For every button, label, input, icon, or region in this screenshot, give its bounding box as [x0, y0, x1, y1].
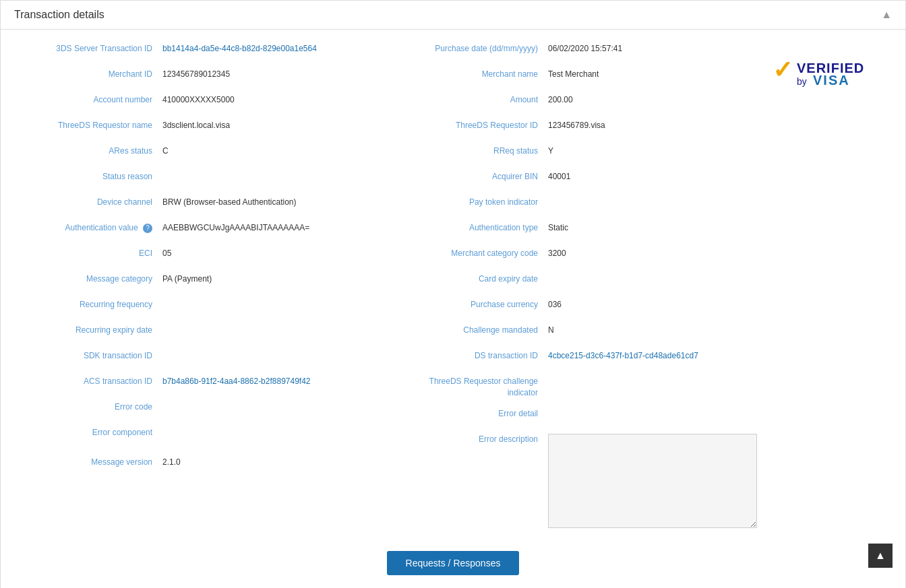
- field-amount: Amount 200.00: [413, 94, 757, 110]
- value-authentication-type: Static: [548, 222, 757, 234]
- label-acquirer-bin: Acquirer BIN: [413, 171, 548, 183]
- label-threeds-requestor-name: ThreeDS Requestor name: [28, 120, 162, 131]
- visa-logo-svg: ✓ VERIFIED by VISA: [767, 50, 868, 104]
- value-message-category: PA (Payment): [162, 273, 359, 285]
- field-challenge-mandated: Challenge mandated N: [413, 325, 757, 341]
- label-pay-token-indicator: Pay token indicator: [413, 197, 548, 208]
- field-ares-status: ARes status C: [28, 145, 359, 162]
- label-recurring-frequency: Recurring frequency: [28, 299, 162, 311]
- right-column: Purchase date (dd/mm/yyyy) 06/02/2020 15…: [386, 43, 757, 537]
- label-purchase-currency: Purchase currency: [413, 299, 548, 311]
- field-sdk-transaction-id: SDK transaction ID: [28, 350, 359, 366]
- value-authentication-value: AAEBBWGCUwJgAAAABIJTAAAAAAA=: [162, 222, 359, 234]
- help-icon-auth-value[interactable]: ?: [143, 224, 152, 233]
- field-merchant-id: Merchant ID 123456789012345: [28, 69, 359, 85]
- value-threeds-requestor-name: 3dsclient.local.visa: [162, 120, 359, 131]
- field-error-description: Error description: [413, 434, 757, 528]
- field-recurring-frequency: Recurring frequency: [28, 299, 359, 315]
- field-3ds-server-transaction-id: 3DS Server Transaction ID bb1414a4-da5e-…: [28, 43, 359, 59]
- value-purchase-date: 06/02/2020 15:57:41: [548, 43, 757, 55]
- label-error-detail: Error detail: [413, 408, 548, 420]
- field-pay-token-indicator: Pay token indicator: [413, 197, 757, 213]
- field-rreq-status: RReq status Y: [413, 145, 757, 162]
- svg-text:✓: ✓: [773, 56, 793, 84]
- label-merchant-name: Merchant name: [413, 69, 548, 80]
- field-threeds-requestor-id: ThreeDS Requestor ID 123456789.visa: [413, 120, 757, 136]
- field-message-category: Message category PA (Payment): [28, 273, 359, 290]
- field-threeds-requestor-name: ThreeDS Requestor name 3dsclient.local.v…: [28, 120, 359, 136]
- field-merchant-category-code: Merchant category code 3200: [413, 248, 757, 264]
- value-threeds-requestor-id: 123456789.visa: [548, 120, 757, 131]
- logo-column: ✓ VERIFIED by VISA: [757, 43, 878, 537]
- field-threeds-requestor-challenge-indicator: ThreeDS Requestor challenge indicator: [413, 376, 757, 399]
- value-3ds-server-transaction-id[interactable]: bb1414a4-da5e-44c8-b82d-829e00a1e564: [162, 43, 359, 55]
- label-error-code: Error code: [28, 401, 162, 413]
- panel-header: Transaction details ▲: [1, 1, 905, 30]
- field-eci: ECI 05: [28, 248, 359, 264]
- label-sdk-transaction-id: SDK transaction ID: [28, 350, 162, 362]
- field-authentication-value: Authentication value ? AAEBBWGCUwJgAAAAB…: [28, 222, 359, 238]
- field-error-code: Error code: [28, 401, 359, 418]
- label-authentication-type: Authentication type: [413, 222, 548, 234]
- panel-body: 3DS Server Transaction ID bb1414a4-da5e-…: [1, 30, 905, 588]
- field-error-detail: Error detail: [413, 408, 757, 424]
- label-authentication-value: Authentication value ?: [28, 222, 162, 234]
- label-message-category: Message category: [28, 273, 162, 285]
- value-merchant-category-code: 3200: [548, 248, 757, 259]
- verified-by-visa-logo: ✓ VERIFIED by VISA: [767, 50, 868, 106]
- value-ds-transaction-id[interactable]: 4cbce215-d3c6-437f-b1d7-cd48ade61cd7: [548, 350, 757, 362]
- button-row: Requests / Responses: [28, 551, 878, 575]
- label-ares-status: ARes status: [28, 145, 162, 157]
- field-ds-transaction-id: DS transaction ID 4cbce215-d3c6-437f-b1d…: [413, 350, 757, 366]
- label-account-number: Account number: [28, 94, 162, 106]
- value-acquirer-bin: 40001: [548, 171, 757, 183]
- value-merchant-name: Test Merchant: [548, 69, 757, 80]
- content-grid: 3DS Server Transaction ID bb1414a4-da5e-…: [28, 43, 878, 537]
- label-card-expiry-date: Card expiry date: [413, 273, 548, 285]
- left-column: 3DS Server Transaction ID bb1414a4-da5e-…: [28, 43, 386, 537]
- label-device-channel: Device channel: [28, 197, 162, 208]
- label-rreq-status: RReq status: [413, 145, 548, 157]
- field-recurring-expiry-date: Recurring expiry date: [28, 325, 359, 341]
- field-acquirer-bin: Acquirer BIN 40001: [413, 171, 757, 187]
- label-amount: Amount: [413, 94, 548, 106]
- label-ds-transaction-id: DS transaction ID: [413, 350, 548, 362]
- value-ares-status: C: [162, 145, 359, 157]
- field-error-component: Error component: [28, 427, 359, 443]
- svg-text:VISA: VISA: [813, 73, 850, 88]
- field-card-expiry-date: Card expiry date: [413, 273, 757, 290]
- field-purchase-date: Purchase date (dd/mm/yyyy) 06/02/2020 15…: [413, 43, 757, 59]
- label-challenge-mandated: Challenge mandated: [413, 325, 548, 336]
- label-3ds-server-transaction-id: 3DS Server Transaction ID: [28, 43, 162, 55]
- value-challenge-mandated: N: [548, 325, 757, 336]
- field-merchant-name: Merchant name Test Merchant: [413, 69, 757, 85]
- label-recurring-expiry-date: Recurring expiry date: [28, 325, 162, 336]
- label-error-component: Error component: [28, 427, 162, 438]
- field-account-number: Account number 410000XXXXX5000: [28, 94, 359, 110]
- label-message-version: Message version: [28, 457, 162, 468]
- field-device-channel: Device channel BRW (Browser-based Authen…: [28, 197, 359, 213]
- field-authentication-type: Authentication type Static: [413, 222, 757, 238]
- label-purchase-date: Purchase date (dd/mm/yyyy): [413, 43, 548, 55]
- requests-responses-button[interactable]: Requests / Responses: [387, 551, 520, 575]
- label-error-description: Error description: [413, 434, 548, 445]
- value-message-version: 2.1.0: [162, 457, 359, 468]
- label-merchant-id: Merchant ID: [28, 69, 162, 80]
- label-acs-transaction-id: ACS transaction ID: [28, 376, 162, 387]
- collapse-button[interactable]: ▲: [881, 9, 892, 21]
- field-purchase-currency: Purchase currency 036: [413, 299, 757, 315]
- scroll-top-button[interactable]: ▲: [868, 544, 893, 568]
- label-status-reason: Status reason: [28, 171, 162, 183]
- label-threeds-requestor-challenge-indicator: ThreeDS Requestor challenge indicator: [413, 376, 548, 399]
- value-acs-transaction-id[interactable]: b7b4a86b-91f2-4aa4-8862-b2f889749f42: [162, 376, 359, 387]
- svg-text:by: by: [797, 76, 807, 87]
- field-status-reason: Status reason: [28, 171, 359, 187]
- value-device-channel: BRW (Browser-based Authentication): [162, 197, 359, 208]
- value-rreq-status: Y: [548, 145, 757, 157]
- field-message-version: Message version 2.1.0: [28, 457, 359, 473]
- label-eci: ECI: [28, 248, 162, 259]
- field-acs-transaction-id: ACS transaction ID b7b4a86b-91f2-4aa4-88…: [28, 376, 359, 392]
- error-description-textarea[interactable]: [548, 434, 757, 528]
- value-eci: 05: [162, 248, 359, 259]
- label-threeds-requestor-id: ThreeDS Requestor ID: [413, 120, 548, 131]
